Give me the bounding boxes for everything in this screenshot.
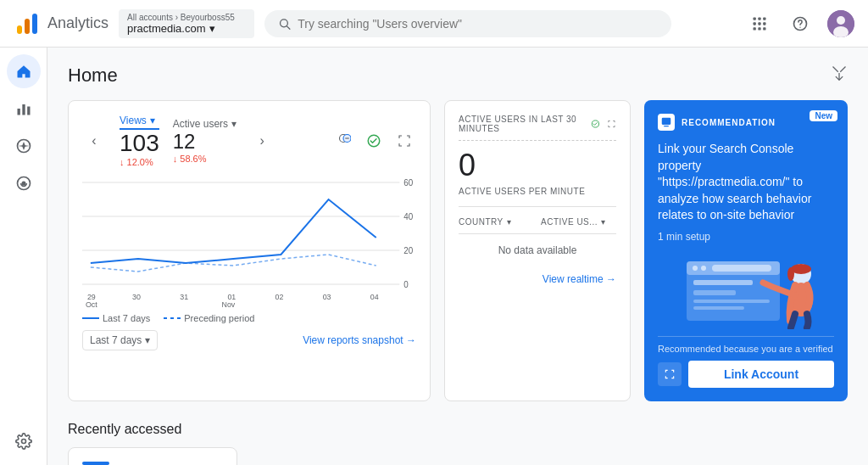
svg-text:60: 60 [403, 178, 413, 188]
svg-rect-19 [17, 109, 19, 115]
legend-line-dashed [164, 317, 181, 319]
help-icon [792, 15, 809, 32]
annotation-icon[interactable] [331, 129, 355, 153]
recent-cards-list [68, 447, 848, 465]
apps-button[interactable] [746, 10, 773, 37]
search-icon [278, 17, 291, 31]
view-realtime-link[interactable]: View realtime → [542, 273, 616, 285]
rec-title: Link your Search Console property "https… [658, 141, 834, 224]
svg-rect-57 [693, 300, 770, 303]
logo: Analytics [14, 10, 108, 37]
chart-next-button[interactable]: › [250, 129, 274, 153]
active-users-value: 12 [173, 130, 236, 154]
country-sort-icon: ▾ [507, 217, 512, 227]
views-label[interactable]: Views ▾ [120, 115, 159, 130]
svg-rect-0 [17, 25, 22, 34]
rec-new-badge: New [810, 110, 837, 121]
svg-rect-48 [662, 118, 671, 125]
svg-point-17 [837, 16, 845, 25]
svg-rect-13 [763, 27, 765, 30]
sidebar-item-reports[interactable] [7, 92, 41, 126]
svg-text:30: 30 [132, 293, 141, 301]
rec-expand-button[interactable] [658, 362, 682, 386]
active-users-col-label: ACTIVE US... [541, 217, 598, 227]
svg-point-15 [799, 26, 800, 27]
legend-preceding: Preceding period [164, 313, 254, 323]
svg-point-26 [21, 440, 25, 444]
link-account-button[interactable]: Link Account [688, 361, 834, 388]
svg-line-4 [287, 25, 289, 28]
period-selector[interactable]: Last 7 days ▾ [82, 330, 158, 350]
advertising-icon [15, 175, 32, 192]
main-layout: Home ‹ Views ▾ [0, 48, 868, 465]
explore-icon [15, 137, 32, 154]
account-name: practmedia.com ▾ [127, 22, 246, 35]
avatar[interactable] [827, 10, 854, 37]
recommendation-card: RECOMMENDATION New Link your Search Cons… [644, 100, 848, 401]
active-users-change: ↓ 58.6% [173, 154, 236, 164]
svg-rect-21 [27, 107, 30, 115]
legend-last7-label: Last 7 days [103, 313, 150, 323]
svg-text:04: 04 [370, 293, 379, 301]
svg-text:31: 31 [180, 293, 188, 301]
svg-text:20: 20 [403, 246, 413, 255]
realtime-header-label: ACTIVE USERS IN LAST 30 MINUTES [459, 115, 584, 133]
realtime-divider [459, 206, 616, 207]
sidebar-item-advertising[interactable] [7, 166, 41, 200]
legend-last7: Last 7 days [82, 313, 150, 323]
svg-rect-56 [693, 290, 736, 295]
period-chevron: ▾ [145, 334, 150, 346]
metric-active-users: Active users ▾ 12 ↓ 58.6% [173, 118, 236, 164]
analytics-logo-icon [14, 10, 41, 37]
rec-label: RECOMMENDATION [682, 118, 776, 127]
svg-rect-10 [763, 22, 765, 25]
svg-point-25 [22, 182, 25, 184]
rec-illustration-svg [670, 253, 822, 329]
svg-rect-20 [22, 104, 25, 115]
expand-icon[interactable] [392, 129, 416, 153]
avatar-icon [827, 10, 854, 37]
metric-views: Views ▾ 103 ↓ 12.0% [120, 115, 159, 167]
recent-card-1[interactable] [68, 447, 237, 465]
chart-card-header: ‹ Views ▾ 103 ↓ 12.0% Active users ▾ [82, 115, 416, 167]
account-selector[interactable]: All accounts › Beyourboss55 practmedia.c… [119, 9, 254, 38]
search-input[interactable] [298, 17, 658, 31]
svg-rect-58 [693, 306, 744, 310]
page-header: Home [68, 64, 848, 87]
legend-preceding-label: Preceding period [184, 313, 254, 323]
customize-icon[interactable] [831, 64, 848, 87]
chart-legend: Last 7 days Preceding period [82, 313, 416, 323]
help-button[interactable] [787, 10, 814, 37]
svg-marker-23 [18, 142, 29, 150]
svg-text:Oct: Oct [86, 300, 97, 309]
sidebar-item-home[interactable] [7, 54, 41, 88]
realtime-header: ACTIVE USERS IN LAST 30 MINUTES [459, 115, 616, 141]
svg-rect-12 [758, 27, 760, 30]
realtime-value: 0 [459, 148, 616, 183]
chart-prev-button[interactable]: ‹ [82, 129, 106, 153]
chart-area: 60 40 20 0 29 Oct 30 31 01 [82, 174, 416, 310]
svg-text:02: 02 [275, 293, 284, 301]
active-users-col[interactable]: ACTIVE US... ▾ [541, 217, 616, 227]
sidebar [0, 48, 47, 465]
view-reports-link[interactable]: View reports snapshot → [303, 334, 416, 346]
apps-icon [751, 15, 768, 32]
svg-rect-7 [763, 17, 765, 20]
recent-card-bar [82, 462, 109, 465]
svg-rect-8 [754, 22, 756, 25]
chart-icon-buttons [331, 129, 416, 153]
legend-line-solid [82, 317, 99, 319]
country-col[interactable]: COUNTRY ▾ [459, 217, 534, 227]
realtime-expand-icon[interactable] [607, 118, 616, 130]
svg-rect-54 [712, 265, 771, 272]
search-bar[interactable] [264, 10, 671, 37]
realtime-sub-label: ACTIVE USERS PER MINUTE [459, 187, 616, 196]
recently-accessed-title: Recently accessed [68, 422, 848, 437]
active-users-label[interactable]: Active users ▾ [173, 118, 236, 130]
sidebar-item-explore[interactable] [7, 129, 41, 163]
sidebar-item-settings[interactable] [7, 424, 41, 458]
chart-footer: Last 7 days ▾ View reports snapshot → [82, 330, 416, 350]
svg-rect-55 [693, 280, 753, 285]
check-icon[interactable] [362, 129, 386, 153]
rec-illustration [658, 253, 834, 329]
